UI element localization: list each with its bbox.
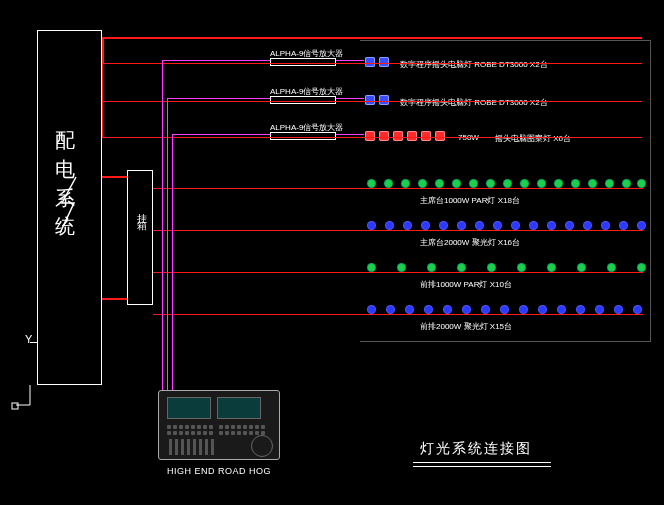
lighting-console <box>158 390 280 460</box>
title-underline-2 <box>413 466 551 467</box>
fixture-gobo <box>365 131 375 141</box>
row-label-3b: 摇头电脑图案灯 X6台 <box>495 133 571 144</box>
row-label-5: 主席台2000W 聚光灯 X16台 <box>420 237 520 248</box>
lightning-icon <box>54 175 84 235</box>
svg-rect-2 <box>12 403 18 409</box>
fixture-moving-head <box>365 57 375 67</box>
fixture-gobo <box>435 131 445 141</box>
ground-icon <box>8 385 38 420</box>
fixture-gobo <box>379 131 389 141</box>
fixture-moving-head <box>379 57 389 67</box>
wall-box <box>127 170 153 305</box>
row-label-1: 数字程序摇头电脑灯 ROBE DT3000 X2台 <box>400 59 548 70</box>
fixture-moving-head <box>379 95 389 105</box>
diagram-title: 灯光系统连接图 <box>420 440 532 458</box>
ground-y: Y <box>25 333 32 345</box>
row-label-6: 前排1000W PAR灯 X10台 <box>420 279 512 290</box>
title-underline <box>413 462 551 463</box>
amp-box-1 <box>270 58 336 66</box>
amp-box-2 <box>270 96 336 104</box>
wall-box-label: 挂箱 <box>134 205 148 221</box>
fixture-gobo <box>393 131 403 141</box>
console-label: HIGH END ROAD HOG <box>167 466 271 476</box>
fixture-moving-head <box>365 95 375 105</box>
row-label-4: 主席台1000W PAR灯 X18台 <box>420 195 520 206</box>
stage-frame <box>360 40 651 342</box>
fixture-gobo <box>407 131 417 141</box>
fixture-gobo <box>421 131 431 141</box>
row-label-2: 数字程序摇头电脑灯 ROBE DT3000 X2台 <box>400 97 548 108</box>
diagram-canvas: 配电系统 Y 挂箱 ALPHA-9信号放大器 ALPHA-9信号放大器 ALPH… <box>0 0 664 505</box>
amp-box-3 <box>270 132 336 140</box>
row-label-7: 前排2000W 聚光灯 X15台 <box>420 321 512 332</box>
